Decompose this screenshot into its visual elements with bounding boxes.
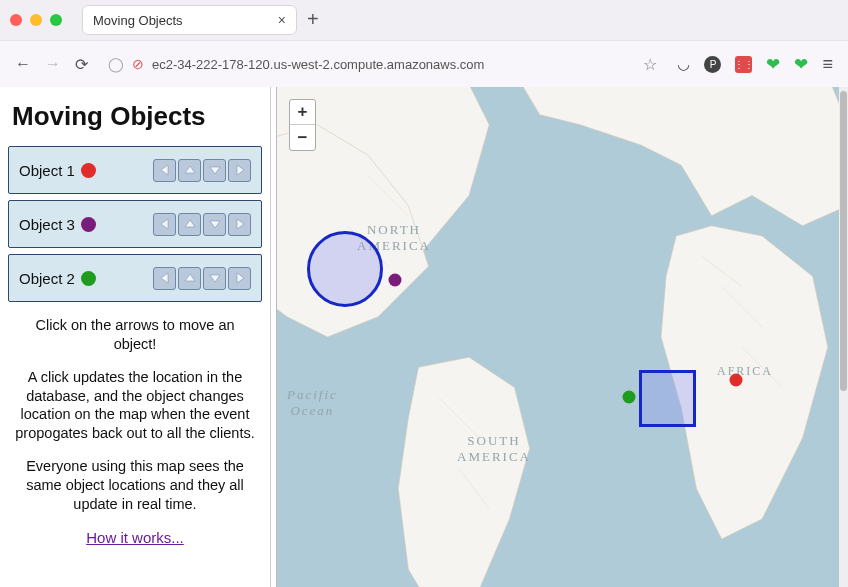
map[interactable]: + − NORTHAMERICA SOUTHAMERICA AFRICA Pac… [276, 87, 848, 587]
map-canvas [277, 87, 848, 587]
scrollbar-thumb[interactable] [840, 91, 847, 391]
move-down-button[interactable] [203, 159, 226, 182]
object-label: Object 1 [19, 162, 75, 179]
map-label-south-america: SOUTHAMERICA [457, 433, 531, 464]
map-shape-circle[interactable] [307, 231, 383, 307]
pocket-icon[interactable]: ◡ [677, 55, 690, 73]
insecure-icon: ⊘ [132, 56, 144, 72]
menu-button[interactable]: ≡ [822, 54, 833, 75]
map-label-pacific: PacificOcean [287, 387, 338, 418]
move-up-button[interactable] [178, 267, 201, 290]
new-tab-button[interactable]: + [307, 9, 319, 31]
move-up-button[interactable] [178, 213, 201, 236]
zoom-in-button[interactable]: + [290, 100, 315, 125]
extension-red-icon[interactable]: ⋮⋮ [735, 56, 752, 73]
window-controls [10, 14, 62, 26]
url-text: ec2-34-222-178-120.us-west-2.compute.ama… [152, 57, 635, 72]
map-point[interactable] [623, 391, 636, 404]
instruction-line: A click updates the location in the data… [14, 368, 256, 443]
browser-tab[interactable]: Moving Objects × [82, 5, 297, 35]
arrow-group [153, 159, 251, 182]
move-down-button[interactable] [203, 267, 226, 290]
object-label: Object 2 [19, 270, 75, 287]
object-color-dot [81, 271, 96, 286]
back-button[interactable]: ← [15, 55, 31, 73]
bookmark-star-icon[interactable]: ☆ [643, 55, 657, 74]
instructions: Click on the arrows to move an object! A… [8, 316, 262, 547]
page-content: Moving Objects Object 1Object 3Object 2 … [0, 87, 848, 587]
how-it-works-link[interactable]: How it works... [86, 529, 184, 546]
move-down-button[interactable] [203, 213, 226, 236]
zoom-control: + − [289, 99, 316, 151]
object-row: Object 3 [8, 200, 262, 248]
move-right-button[interactable] [228, 213, 251, 236]
page-title: Moving Objects [12, 101, 262, 132]
reload-button[interactable]: ⟳ [75, 55, 88, 74]
arrow-group [153, 267, 251, 290]
instruction-line: Everyone using this map sees the same ob… [14, 457, 256, 514]
move-left-button[interactable] [153, 213, 176, 236]
scrollbar[interactable] [839, 87, 848, 587]
move-left-button[interactable] [153, 267, 176, 290]
window-max-button[interactable] [50, 14, 62, 26]
move-up-button[interactable] [178, 159, 201, 182]
titlebar: Moving Objects × + [0, 0, 848, 40]
tab-title: Moving Objects [93, 13, 183, 28]
window-min-button[interactable] [30, 14, 42, 26]
object-row: Object 2 [8, 254, 262, 302]
move-right-button[interactable] [228, 267, 251, 290]
map-point[interactable] [389, 274, 402, 287]
sidebar: Moving Objects Object 1Object 3Object 2 … [0, 87, 270, 587]
map-shape-square[interactable] [639, 370, 696, 427]
move-right-button[interactable] [228, 159, 251, 182]
extension-shield2-icon[interactable]: ❤ [794, 54, 808, 75]
map-point[interactable] [730, 374, 743, 387]
tab-close-button[interactable]: × [278, 13, 286, 27]
tracking-shield-icon[interactable]: ◯ [108, 56, 124, 72]
browser-toolbar: ← → ⟳ ◯ ⊘ ec2-34-222-178-120.us-west-2.c… [0, 40, 848, 87]
browser-chrome: Moving Objects × + ← → ⟳ ◯ ⊘ ec2-34-222-… [0, 0, 848, 87]
extension-shield1-icon[interactable]: ❤ [766, 54, 780, 75]
object-row: Object 1 [8, 146, 262, 194]
arrow-group [153, 213, 251, 236]
object-color-dot [81, 163, 96, 178]
url-bar[interactable]: ◯ ⊘ ec2-34-222-178-120.us-west-2.compute… [102, 55, 663, 74]
map-label-africa: AFRICA [717, 364, 773, 378]
object-color-dot [81, 217, 96, 232]
extension-p-icon[interactable]: P [704, 56, 721, 73]
move-left-button[interactable] [153, 159, 176, 182]
zoom-out-button[interactable]: − [290, 125, 315, 150]
window-close-button[interactable] [10, 14, 22, 26]
forward-button[interactable]: → [45, 55, 61, 73]
object-label: Object 3 [19, 216, 75, 233]
instruction-line: Click on the arrows to move an object! [14, 316, 256, 354]
